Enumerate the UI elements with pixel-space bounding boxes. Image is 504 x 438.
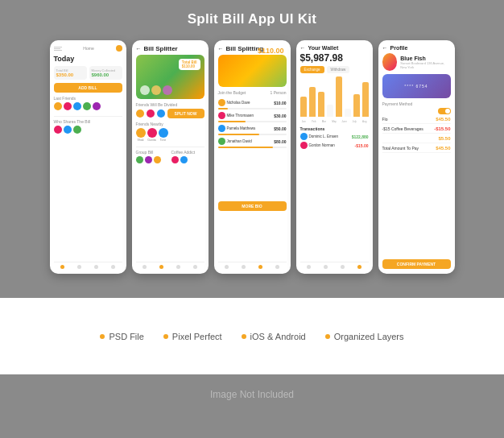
home-title: Today [54, 55, 122, 63]
avatar [145, 156, 152, 163]
person-row: Mike Thromasen $30.00 [218, 112, 287, 119]
person-amount: $80.00 [274, 139, 286, 144]
home-label: Home [83, 46, 93, 51]
chart-bar [318, 92, 324, 117]
transaction-info: Gordon Norman [309, 143, 355, 147]
coffee-addict-label: Coffee Addict [171, 150, 204, 155]
nav-3[interactable] [341, 265, 345, 269]
bill-splitter-header: ← Bill Splitter [136, 45, 204, 52]
split-now-button[interactable]: SPLIT NOW [167, 109, 204, 118]
avatar [73, 126, 81, 134]
wallet-chart [300, 76, 369, 117]
avatar [157, 110, 165, 118]
join-budget-label: Join the Budget [218, 90, 246, 95]
transaction-amount: $122,880 [352, 134, 369, 139]
avatar [218, 125, 225, 132]
feature-pixel: Pixel Perfect [163, 332, 222, 341]
profile-header: ← Profile [382, 45, 451, 51]
confirm-payment-button[interactable]: CONFIRM PAYMENT [382, 259, 451, 269]
nav-2[interactable] [77, 265, 81, 269]
payment-method-label: Payment Method [382, 101, 451, 106]
food-image: $110.00 [218, 55, 287, 87]
transaction-info: Dominic L. Emsen [309, 134, 352, 138]
screen-bill-splitter: ← Bill Splitter Total Bill $110.00 [132, 40, 209, 274]
transaction-name: Dominic L. Emsen [309, 134, 352, 138]
avatar [163, 85, 172, 95]
nav-4[interactable] [193, 265, 197, 269]
person-amount: $50.00 [274, 126, 286, 131]
chart-bar [353, 94, 360, 117]
avatar [171, 156, 179, 163]
chart-bar [300, 97, 307, 117]
phone-bill-splitting: ← Bill Splitting $110.00 Join the Budget… [214, 40, 291, 274]
feature-ios: iOS & Android [242, 332, 306, 341]
phone-bill-splitter: ← Bill Splitter Total Bill $110.00 [132, 40, 209, 274]
feature-label: Pixel Perfect [172, 332, 222, 341]
back-icon[interactable]: ← [300, 45, 306, 51]
profile-total: Total Amount To Pay $45.50 [382, 146, 451, 153]
transaction-name: Gordon Norman [309, 143, 355, 147]
nav-3[interactable] [94, 265, 98, 269]
avatar [218, 99, 225, 106]
back-icon[interactable]: ← [382, 45, 388, 51]
share-avatars [54, 126, 122, 134]
nav-1[interactable] [143, 265, 147, 269]
more-bio-button[interactable]: MORE BIO [218, 201, 287, 211]
nav-home[interactable] [60, 265, 64, 269]
nearby-friends: Shak Gunita Tone [136, 128, 204, 142]
bottom-nav [54, 262, 122, 269]
nav-4[interactable] [357, 265, 361, 269]
top-section: Split Bill App UI Kit Home Today [0, 0, 504, 298]
divider [54, 116, 122, 117]
add-bill-button[interactable]: ADD BILL [54, 83, 122, 93]
last-friends-label: Last Friends [54, 96, 122, 101]
chart-label: Mar [320, 120, 328, 123]
last-friends-avatars [54, 102, 122, 110]
nearby-name: Gunita [147, 138, 155, 142]
slider-1[interactable] [218, 108, 287, 110]
person-name: Pamela Matthews [227, 126, 273, 130]
bottom-nav [136, 262, 204, 269]
bottom-bar: Image Not Included [0, 374, 504, 415]
profile-item: $5.50 [382, 136, 451, 143]
avatar [147, 110, 155, 118]
nav-2[interactable] [159, 265, 163, 269]
nearby-name: Shak [138, 138, 144, 142]
item-amount: $45.50 [436, 117, 450, 122]
nav-2[interactable] [242, 265, 246, 269]
tab-exchange[interactable]: Exchange [300, 66, 324, 73]
avatar [300, 142, 308, 149]
transaction-row: Gordon Norman -$15.00 [300, 142, 369, 149]
slider-4[interactable] [218, 147, 287, 148]
item-label: -$15 Coffee Beverages [382, 126, 423, 131]
feature-layers: Organized Layers [325, 332, 404, 341]
avatar [64, 102, 72, 110]
person-amount: $10.00 [274, 101, 286, 105]
feature-dot [242, 334, 246, 339]
tab-withdraw[interactable]: Withdraw [327, 66, 350, 73]
card-display: **** 6754 [382, 74, 451, 98]
slider-3[interactable] [218, 134, 287, 135]
nav-4[interactable] [111, 265, 115, 269]
nav-1[interactable] [307, 265, 311, 269]
nav-1[interactable] [225, 265, 229, 269]
chart-label: Feb [310, 120, 318, 123]
friends-divided-label: Friends Will Be Divided [136, 102, 204, 107]
nav-4[interactable] [275, 265, 279, 269]
toggle[interactable] [438, 108, 451, 114]
nav-3[interactable] [258, 265, 262, 269]
back-icon[interactable]: ← [218, 46, 224, 52]
phone-wallet: ← Your Wallet $5,987.98 Exchange Withdra… [296, 40, 373, 274]
phone-home: Home Today Total Bill $350.00 Money Coll… [50, 40, 126, 274]
avatar [136, 156, 143, 163]
profile-details: Blue Fish Sunset Boulevard 136 Avenue, N… [400, 56, 450, 69]
nav-2[interactable] [324, 265, 328, 269]
features-row: PSD File Pixel Perfect iOS & Android Org… [100, 332, 403, 341]
feature-label: PSD File [109, 332, 143, 341]
avatar [64, 126, 72, 134]
nav-3[interactable] [176, 265, 180, 269]
nearby-item: Shak [136, 128, 146, 142]
back-icon[interactable]: ← [136, 46, 142, 52]
slider-2[interactable] [218, 121, 287, 122]
avatar [54, 126, 62, 134]
